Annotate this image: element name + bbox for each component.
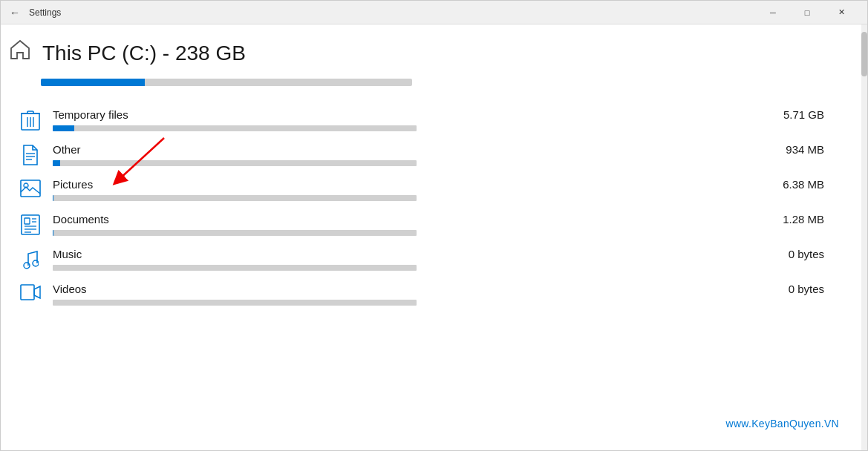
close-button[interactable]: ✕ xyxy=(824,1,858,24)
storage-item-music[interactable]: Music 0 bytes xyxy=(8,240,839,275)
pictures-content: Pictures 6.38 MB xyxy=(53,178,839,201)
music-content: Music 0 bytes xyxy=(53,248,839,271)
temporary-files-content: Temporary files 5.71 GB xyxy=(53,108,839,131)
videos-content: Videos 0 bytes xyxy=(53,283,839,306)
pictures-label: Pictures xyxy=(53,178,93,191)
trash-icon xyxy=(8,108,53,131)
title-bar: ← Settings ─ □ ✕ xyxy=(1,1,867,24)
pictures-size: 6.38 MB xyxy=(783,178,824,191)
storage-item-videos[interactable]: Videos 0 bytes xyxy=(8,275,839,310)
videos-bar xyxy=(53,300,417,306)
video-icon xyxy=(8,283,53,300)
temporary-files-size: 5.71 GB xyxy=(783,108,824,121)
svg-rect-8 xyxy=(21,180,40,197)
maximize-button[interactable]: □ xyxy=(790,1,824,24)
storage-item-other[interactable]: Other 934 MB xyxy=(8,136,839,171)
music-size: 0 bytes xyxy=(789,248,824,260)
svg-rect-19 xyxy=(21,285,34,300)
scrollbar-thumb[interactable] xyxy=(861,32,867,76)
storage-item-documents[interactable]: Documents 1.28 MB xyxy=(8,205,839,240)
page-icon xyxy=(8,143,53,165)
documents-size: 1.28 MB xyxy=(783,213,824,226)
other-content: Other 934 MB xyxy=(53,143,839,166)
music-bar xyxy=(53,265,417,271)
window-title: Settings xyxy=(29,7,756,18)
storage-items-list: Temporary files 5.71 GB xyxy=(8,101,839,310)
scrollbar[interactable] xyxy=(861,24,867,450)
main-panel: This PC (C:) - 238 GB xyxy=(1,24,861,450)
settings-window: ← Settings ─ □ ✕ This PC (C:) - 238 GB xyxy=(0,0,868,451)
videos-label: Videos xyxy=(53,283,87,295)
temporary-files-bar xyxy=(53,125,417,131)
page-title: This PC (C:) - 238 GB xyxy=(42,42,246,65)
other-size: 934 MB xyxy=(786,143,824,156)
storage-item-temporary-files[interactable]: Temporary files 5.71 GB xyxy=(8,101,839,136)
music-label: Music xyxy=(53,248,82,260)
storage-item-pictures[interactable]: Pictures 6.38 MB xyxy=(8,171,839,205)
pictures-bar xyxy=(53,195,417,201)
documents-label: Documents xyxy=(53,213,109,226)
other-bar xyxy=(53,160,417,166)
back-button[interactable]: ← xyxy=(10,7,20,19)
minimize-button[interactable]: ─ xyxy=(756,1,790,24)
home-icon xyxy=(8,38,32,67)
content-area: This PC (C:) - 238 GB xyxy=(1,24,867,450)
documents-bar xyxy=(53,230,417,236)
window-controls: ─ □ ✕ xyxy=(756,1,858,24)
watermark: www.KeyBanQuyen.VN xyxy=(726,418,839,429)
videos-size: 0 bytes xyxy=(789,283,824,295)
page-header: This PC (C:) - 238 GB xyxy=(8,39,839,67)
pictures-icon xyxy=(8,178,53,199)
disk-usage-bar xyxy=(10,79,839,86)
documents-icon xyxy=(8,213,53,235)
svg-rect-11 xyxy=(25,218,30,224)
other-label: Other xyxy=(53,143,81,156)
music-icon xyxy=(8,248,53,270)
documents-content: Documents 1.28 MB xyxy=(53,213,839,236)
temporary-files-label: Temporary files xyxy=(53,108,128,121)
